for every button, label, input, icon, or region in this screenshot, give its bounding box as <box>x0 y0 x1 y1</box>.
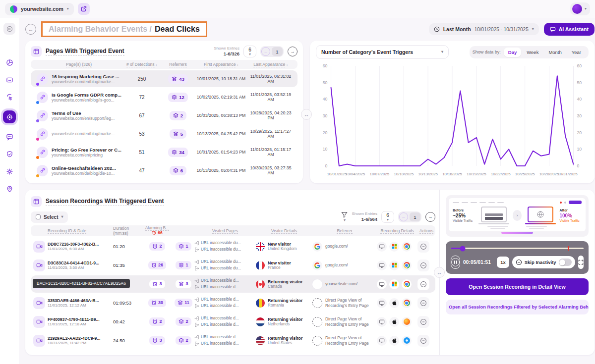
page-exit-icon <box>194 304 199 309</box>
recording-row[interactable]: DD8C7216-30F3-4362-B...11/01/2025, 6:30 … <box>31 238 435 255</box>
visitor-type: Returning visitor <box>268 336 302 341</box>
visited-pages-badge[interactable]: 1 <box>176 242 191 251</box>
layers-icon <box>172 150 177 155</box>
page-link-icon <box>37 165 48 176</box>
preview-before-text: Before ~25% Visible Traffic <box>453 208 475 223</box>
pages-table-row[interactable]: Pricing: Go Free Forever or C...yourwebs… <box>31 144 298 160</box>
visited-pages-badge[interactable]: 2 <box>176 336 191 345</box>
line-chart: 0010102020303040405050606010/01/202510/0… <box>316 61 589 179</box>
sidebar-item-behavior-events[interactable] <box>3 110 16 123</box>
sidebar-item-feedback-chat[interactable] <box>3 130 16 143</box>
date-range-picker[interactable]: Last Month 10/01/2025 - 10/31/2025 ▾ <box>429 23 539 35</box>
minus-circle-icon <box>420 318 427 325</box>
user-menu[interactable]: ▾ <box>570 2 590 15</box>
referrers-badge[interactable]: 2 <box>170 111 186 120</box>
page-size-select[interactable]: 6 ▾ <box>381 211 394 223</box>
alarming-events-badge[interactable]: 30 <box>148 299 166 307</box>
desktop-icon <box>377 279 387 289</box>
visited-pages-badge[interactable]: 11 <box>175 299 192 307</box>
progress-bar[interactable] <box>451 246 584 251</box>
select-rows-button[interactable]: Select ▾ <box>31 211 68 223</box>
pages-table-row[interactable]: yourwebsite.com/en/blog/marke...53510/13… <box>31 125 298 142</box>
granularity-year[interactable]: Year <box>567 48 586 57</box>
detections-count: 53 <box>123 131 161 137</box>
page-exit-icon <box>194 266 199 271</box>
external-link-icon <box>81 6 87 12</box>
site-selector[interactable]: yourwebsite.com ▾ <box>5 3 74 15</box>
date-range-value: 10/01/2025 - 10/31/2025 <box>475 27 529 32</box>
alarming-events-badge[interactable]: 2 <box>149 242 165 251</box>
progress-handle[interactable] <box>460 246 466 251</box>
next-page-button[interactable]: → <box>425 212 435 222</box>
pause-icon <box>451 258 460 266</box>
dashboard-icon <box>6 59 13 66</box>
visited-pages-badge[interactable]: 3 <box>176 280 191 288</box>
row-actions-button[interactable] <box>417 241 429 253</box>
layers-icon <box>173 131 178 137</box>
desktop-icon <box>377 336 387 346</box>
referrers-badge[interactable]: 6 <box>170 166 186 175</box>
alarming-events-badge[interactable]: 2 <box>149 317 165 326</box>
sidebar-item-dashboard[interactable] <box>3 56 16 69</box>
row-actions-button[interactable] <box>417 335 429 347</box>
granularity-month[interactable]: Month <box>544 48 566 57</box>
pause-button[interactable] <box>451 256 460 269</box>
sidebar-item-visitor-location[interactable] <box>3 182 16 195</box>
visited-pages-badge[interactable]: 2 <box>176 317 191 326</box>
page-enter-icon <box>194 278 199 283</box>
recording-row[interactable]: 21929AE2-AAD2-4DC9-9...10/31/2025, 11:42… <box>31 332 435 349</box>
pages-table-row[interactable]: Terms of Useyourwebsite.com/en/support/l… <box>31 107 298 124</box>
metric-selector[interactable]: Number of Category's Event Triggers ▾ <box>316 45 449 59</box>
ai-assistant-button[interactable]: AI Assistant <box>544 23 595 36</box>
layers-icon <box>178 262 184 268</box>
video-icon <box>33 335 45 347</box>
sidebar-item-privacy-shield[interactable] <box>3 148 16 160</box>
row-actions-button[interactable] <box>417 260 429 271</box>
sidebar-item-click-interactions[interactable] <box>3 91 16 104</box>
page-title: 16 Inspiring Marketing Case ... <box>52 74 119 79</box>
recording-row[interactable]: FF400937-4790-4E11-B9...11/01/2025, 12:1… <box>31 313 435 330</box>
sidebar-item-settings-gear[interactable] <box>3 165 16 178</box>
playback-speed-button[interactable]: 1x <box>497 257 509 268</box>
pages-table-row[interactable]: Online-Geschäftsideen 202...yourwebsite.… <box>31 162 298 179</box>
open-site-button[interactable] <box>78 3 90 15</box>
open-filtered-recordings-button[interactable]: Open all Session Recordings Filtered by … <box>446 300 589 314</box>
recording-row[interactable]: D3C83C24-0414-4CD1-9...11/01/2025, 3:50 … <box>31 257 435 274</box>
next-page-button[interactable]: → <box>288 47 298 56</box>
alarming-events-badge[interactable]: 3 <box>149 280 165 288</box>
panel-divider: ↔ <box>439 190 440 355</box>
open-recording-detail-button[interactable]: Open Session Recording in Detail View <box>446 278 589 295</box>
fullscreen-button[interactable] <box>578 256 584 269</box>
referrers-badge[interactable]: 34 <box>168 148 188 157</box>
row-actions-button[interactable] <box>417 297 429 309</box>
prev-page-button[interactable]: ← <box>399 212 408 221</box>
page-size-select[interactable]: 6 ▾ <box>243 46 256 57</box>
recording-duration: 24:50 <box>113 338 142 343</box>
recording-preview[interactable]: Before ~25% Visible Traffic › <box>446 195 589 237</box>
sidebar-toggle-button[interactable] <box>3 23 15 35</box>
recording-row[interactable]: 3353DAE5-4466-463A-B...11/01/2025, 12:12… <box>31 294 435 312</box>
alarming-events-badge[interactable]: 26 <box>148 261 166 269</box>
skip-inactivity-toggle[interactable] <box>559 259 572 266</box>
row-actions-button[interactable] <box>417 278 429 290</box>
svg-text:10/22/2025: 10/22/2025 <box>491 172 511 176</box>
visited-page-url: URL inaccessible du... <box>201 247 241 253</box>
granularity-week[interactable]: Week <box>522 48 543 57</box>
back-button[interactable]: ← <box>25 24 36 35</box>
panel-resize-handle[interactable]: ↔ <box>434 267 445 278</box>
granularity-switch: Show data by: DayWeekMonthYear <box>470 46 589 58</box>
referrers-badge[interactable]: 12 <box>168 93 188 102</box>
prev-page-button[interactable]: ← <box>261 47 270 56</box>
visited-pages-badge[interactable]: 1 <box>176 261 191 269</box>
pages-table-row[interactable]: Is Google Forms GDPR comp...yourwebsite.… <box>31 89 298 105</box>
pages-table-row[interactable]: 16 Inspiring Marketing Case ...yourwebsi… <box>31 70 298 87</box>
row-actions-button[interactable] <box>417 316 429 328</box>
alarming-events-badge[interactable]: 3 <box>149 336 165 345</box>
referrers-badge[interactable]: 5 <box>170 129 186 139</box>
svg-text:10/28/2025: 10/28/2025 <box>539 172 559 176</box>
filter-button[interactable]: ▾ <box>341 211 348 222</box>
sidebar-item-inbox[interactable] <box>3 73 16 86</box>
panel-resize-handle[interactable]: ↔ <box>301 109 312 120</box>
referrers-badge[interactable]: 43 <box>168 74 188 84</box>
granularity-day[interactable]: Day <box>504 48 521 57</box>
